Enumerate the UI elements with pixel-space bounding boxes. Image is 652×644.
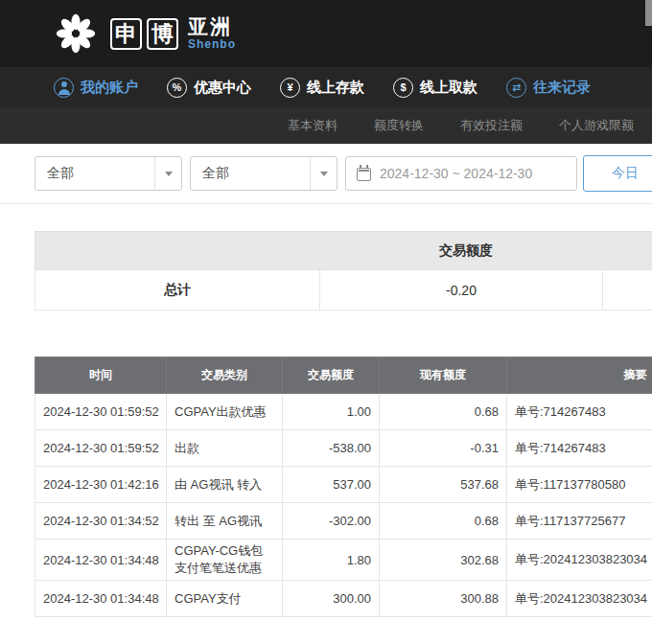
filter-bar: 全部 全部 2024-12-30 ~ 2024-12-30 今日 (35, 155, 652, 192)
logo-region-text: 亚洲 (188, 16, 236, 37)
today-button[interactable]: 今日 (583, 155, 652, 192)
nav-item-deposit[interactable]: ¥ 线上存款 (280, 78, 364, 98)
cell-time: 2024-12-30 01:34:48 (35, 581, 167, 617)
cell-type: CGPAY支付 (167, 581, 283, 617)
calendar-icon (357, 168, 371, 181)
cell-amount: 300.00 (283, 581, 380, 617)
summary-header-cell: 交易额度 (35, 232, 652, 270)
cell-amount: -302.00 (283, 503, 380, 540)
scrollbar-thumb[interactable] (645, 0, 652, 26)
cell-time: 2024-12-30 01:42:16 (35, 467, 167, 503)
cell-time: 2024-12-30 01:34:48 (35, 540, 167, 581)
cell-amount: 1.80 (283, 540, 380, 581)
summary-total-value: -0.20 (320, 270, 603, 310)
divider (0, 203, 652, 204)
subnav-item-balance-transfer[interactable]: 额度转换 (374, 117, 424, 134)
cell-type: 由 AG视讯 转入 (167, 467, 283, 503)
sub-nav: 基本资料 额度转换 有效投注额 个人游戏限额 (0, 107, 652, 144)
subnav-item-game-limits[interactable]: 个人游戏限额 (559, 117, 634, 134)
table-row: 2024-12-30 01:59:52 CGPAY出款优惠 1.00 0.68 … (35, 394, 652, 430)
nav-label: 往来记录 (533, 79, 591, 97)
type-filter-dropdown-2[interactable]: 全部 (190, 156, 338, 191)
cell-type: 出款 (167, 430, 283, 467)
table-header-row: 时间 交易类别 交易额度 现有额度 摘要 (35, 357, 652, 394)
subnav-item-valid-bets[interactable]: 有效投注额 (460, 117, 523, 134)
table-row: 2024-12-30 01:34:48 CGPAY支付 300.00 300.8… (35, 581, 652, 617)
table-row: 2024-12-30 01:59:52 出款 -538.00 -0.31 单号:… (35, 430, 652, 467)
type-filter-dropdown-1[interactable]: 全部 (35, 156, 182, 191)
cell-type: CGPAY出款优惠 (167, 394, 283, 430)
col-header-time: 时间 (35, 357, 167, 394)
date-range-input[interactable]: 2024-12-30 ~ 2024-12-30 (345, 156, 577, 191)
user-icon (54, 78, 74, 98)
table-row: 2024-12-30 01:34:52 转出 至 AG视讯 -302.00 0.… (35, 503, 652, 540)
cell-summary: 单号:714267483 (507, 394, 652, 430)
nav-item-transaction-records[interactable]: ⇄ 往来记录 (506, 78, 591, 98)
cell-balance: 0.68 (380, 503, 507, 540)
cell-balance: 300.88 (380, 581, 507, 617)
chevron-down-icon (154, 157, 181, 190)
promo-icon: % (167, 78, 187, 98)
cell-time: 2024-12-30 01:59:52 (35, 430, 167, 467)
cell-amount: 1.00 (283, 394, 380, 430)
chevron-down-icon (310, 157, 337, 190)
cell-summary: 单号:117137780580 (507, 467, 652, 503)
nav-item-my-account[interactable]: 我的账户 (54, 78, 138, 98)
logo-char-box-1: 申 (110, 18, 142, 50)
cell-summary: 单号:202412303823034 (507, 540, 652, 581)
nav-label: 优惠中心 (194, 79, 251, 97)
cell-time: 2024-12-30 01:59:52 (35, 394, 167, 430)
subnav-item-basic-info[interactable]: 基本资料 (288, 117, 338, 134)
cell-balance: 537.68 (380, 467, 507, 503)
cell-balance: 302.68 (380, 540, 507, 581)
cell-type: CGPAY-CG钱包支付笔笔送优惠 (167, 540, 283, 581)
col-header-summary: 摘要 (507, 357, 652, 394)
logo-char-box-2: 博 (147, 18, 178, 50)
summary-total-row: 总计 -0.20 (35, 270, 652, 310)
cell-summary: 单号:714267483 (507, 430, 652, 467)
top-header: 申 博 亚洲 Shenbo (0, 0, 652, 67)
withdraw-icon: $ (393, 78, 413, 98)
summary-table: 交易额度 总计 -0.20 (35, 231, 652, 310)
cell-amount: -538.00 (283, 430, 380, 467)
nav-label: 线上存款 (307, 79, 364, 97)
nav-item-promotions[interactable]: % 优惠中心 (167, 78, 251, 98)
nav-label: 我的账户 (81, 79, 138, 97)
col-header-balance: 现有额度 (380, 357, 507, 394)
main-nav: 我的账户 % 优惠中心 ¥ 线上存款 $ 线上取款 ⇄ 往来记录 (0, 67, 652, 107)
summary-empty-cell (603, 270, 652, 310)
col-header-type: 交易类别 (167, 357, 283, 394)
logo-brand-text: Shenbo (188, 37, 236, 51)
dropdown-selected-value: 全部 (35, 165, 154, 182)
cell-summary: 单号:202412303823034 (507, 581, 652, 617)
nav-item-withdrawal[interactable]: $ 线上取款 (393, 78, 477, 98)
table-row: 2024-12-30 01:34:48 CGPAY-CG钱包支付笔笔送优惠 1.… (35, 540, 652, 581)
records-icon: ⇄ (506, 78, 526, 98)
nav-label: 线上取款 (420, 79, 477, 97)
summary-total-label: 总计 (35, 270, 320, 310)
dropdown-selected-value: 全部 (191, 165, 310, 182)
deposit-icon: ¥ (280, 78, 300, 98)
cell-type: 转出 至 AG视讯 (167, 503, 283, 540)
cell-balance: 0.68 (380, 394, 507, 430)
cell-amount: 537.00 (283, 467, 380, 503)
logo-wordmark: 亚洲 Shenbo (188, 16, 236, 51)
transactions-table: 时间 交易类别 交易额度 现有额度 摘要 2024-12-30 01:59:52… (35, 356, 652, 617)
col-header-amount: 交易额度 (283, 357, 380, 394)
flower-logo-icon (54, 12, 98, 56)
summary-header-row: 交易额度 (35, 232, 652, 270)
table-row: 2024-12-30 01:42:16 由 AG视讯 转入 537.00 537… (35, 467, 652, 503)
cell-balance: -0.31 (380, 430, 507, 467)
date-range-value: 2024-12-30 ~ 2024-12-30 (380, 166, 532, 181)
cell-summary: 单号:117137725677 (507, 503, 652, 540)
cell-time: 2024-12-30 01:34:52 (35, 503, 167, 540)
